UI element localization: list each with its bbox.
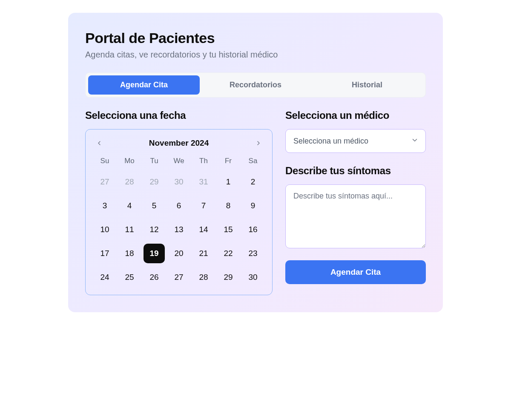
calendar-month-label: November 2024 [149,138,209,148]
calendar-grid: SuMoTuWeThFrSa27282930311234567891011121… [93,157,264,285]
schedule-button[interactable]: Agendar Cita [285,260,426,284]
calendar-day[interactable]: 7 [193,196,214,216]
chevron-left-icon [96,140,103,147]
calendar-day[interactable]: 13 [168,220,189,239]
calendar: November 2024 SuMoTuWeThFrSa272829303112… [85,129,273,295]
calendar-day[interactable]: 26 [144,268,165,287]
symptoms-title: Describe tus síntomas [285,165,426,177]
calendar-day[interactable]: 1 [218,172,239,192]
calendar-day[interactable]: 10 [94,220,115,239]
calendar-weekday: Tu [143,157,166,165]
calendar-day[interactable]: 2 [242,172,264,192]
calendar-day[interactable]: 17 [94,244,115,263]
calendar-header: November 2024 [93,137,264,149]
calendar-day[interactable]: 20 [168,244,189,263]
doctor-select[interactable]: Selecciona un médico [285,129,426,153]
content: Selecciona una fecha November 2024 SuMoT… [85,109,426,295]
chevron-down-icon [411,136,419,146]
symptoms-textarea[interactable] [285,184,426,248]
calendar-day[interactable]: 27 [168,268,189,287]
calendar-day[interactable]: 11 [119,220,140,239]
page-title: Portal de Pacientes [85,30,426,46]
calendar-day[interactable]: 23 [242,244,264,263]
calendar-day[interactable]: 22 [218,244,239,263]
calendar-weekday: We [167,157,190,165]
calendar-day[interactable]: 12 [144,220,165,239]
calendar-day[interactable]: 9 [242,196,264,216]
calendar-day[interactable]: 28 [193,268,214,287]
calendar-day-outside[interactable]: 31 [193,172,214,192]
calendar-day[interactable]: 14 [193,220,214,239]
tab-history[interactable]: Historial [311,75,423,95]
tab-schedule[interactable]: Agendar Cita [88,75,200,95]
calendar-day[interactable]: 15 [218,220,239,239]
select-doctor-title: Selecciona un médico [285,109,426,121]
form-column: Selecciona un médico Selecciona un médic… [285,109,426,295]
calendar-day[interactable]: 6 [168,196,189,216]
calendar-day[interactable]: 30 [242,268,264,287]
calendar-day[interactable]: 24 [94,268,115,287]
calendar-day-outside[interactable]: 29 [144,172,165,192]
calendar-day[interactable]: 16 [242,220,264,239]
chevron-right-icon [255,140,262,147]
page-subtitle: Agenda citas, ve recordatorios y tu hist… [85,50,426,60]
calendar-day[interactable]: 8 [218,196,239,216]
date-column: Selecciona una fecha November 2024 SuMoT… [85,109,273,295]
patient-portal-card: Portal de Pacientes Agenda citas, ve rec… [68,13,443,312]
calendar-day-today[interactable]: 19 [144,244,165,263]
calendar-weekday: Su [93,157,116,165]
calendar-weekday: Sa [241,157,264,165]
calendar-weekday: Th [192,157,215,165]
calendar-day[interactable]: 29 [218,268,239,287]
calendar-prev-button[interactable] [93,137,105,149]
doctor-select-placeholder: Selecciona un médico [293,137,368,146]
calendar-next-button[interactable] [253,137,264,149]
select-date-title: Selecciona una fecha [85,109,273,121]
calendar-day[interactable]: 4 [119,196,140,216]
calendar-day-outside[interactable]: 27 [94,172,115,192]
calendar-day-outside[interactable]: 28 [119,172,140,192]
calendar-day[interactable]: 5 [144,196,165,216]
calendar-day[interactable]: 3 [94,196,115,216]
calendar-weekday: Fr [217,157,240,165]
calendar-weekday: Mo [118,157,141,165]
calendar-day-outside[interactable]: 30 [168,172,189,192]
tabs: Agendar Cita Recordatorios Historial [85,72,426,98]
calendar-day[interactable]: 21 [193,244,214,263]
calendar-day[interactable]: 25 [119,268,140,287]
tab-reminders[interactable]: Recordatorios [200,75,311,95]
calendar-day[interactable]: 18 [119,244,140,263]
